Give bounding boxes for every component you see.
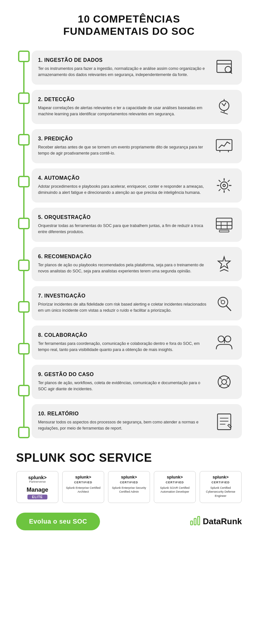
- timeline-box-8: [18, 343, 30, 355]
- item-title-9: 9. GESTÃO DO CASO: [38, 372, 208, 377]
- timeline-box-7: [18, 301, 30, 313]
- certified-label-5: CERTIFIED: [212, 481, 230, 484]
- badge-cybersecurity: splunk> CERTIFIED Splunk Certified Cyber…: [200, 471, 242, 503]
- item-desc-6: Ter planos de ação ou playbooks recomend…: [38, 262, 208, 274]
- badge-desc-2: Splunk Enterprise Certified Architect: [65, 486, 101, 494]
- item-desc-5: Orquestrar todas as ferramentas do SOC p…: [38, 223, 208, 235]
- item-card-6: 6. RECOMENDAÇÃOTer planos de ação ou pla…: [32, 247, 242, 281]
- item-card-9: 9. GESTÃO DO CASOTer planos de ação, wor…: [32, 365, 242, 399]
- item-title-3: 3. PREDIÇÃO: [38, 136, 208, 142]
- partnerverse-label: Partnerverse: [29, 480, 46, 483]
- item-desc-3: Receber alertas antes de que se tornem u…: [38, 144, 208, 156]
- item-desc-1: Ter os instrumentos para fazer a ingestã…: [38, 66, 208, 78]
- svg-rect-19: [219, 230, 229, 232]
- badges-row: splunk> Partnerverse Manage ELITE splunk…: [16, 471, 242, 503]
- svg-rect-8: [216, 139, 232, 150]
- footer-row: Evolua o seu SOC DataRunk: [16, 513, 242, 530]
- svg-point-13: [223, 184, 225, 187]
- svg-rect-30: [217, 414, 231, 430]
- item-title-10: 10. RELATÓRIO: [38, 411, 208, 417]
- timeline-box-9: [18, 385, 30, 396]
- item-icon-prediction: [213, 135, 235, 157]
- item-card-5: 5. ORQUESTRAÇÃOOrquestrar todas as ferra…: [32, 208, 242, 242]
- datarunk-text: DataRunk: [203, 516, 242, 526]
- timeline-column: [16, 51, 32, 438]
- item-icon-investigation: [213, 292, 235, 315]
- timeline-box-3: [18, 134, 30, 146]
- timeline-line-8: [23, 355, 25, 385]
- item-desc-9: Ter planos de ação, workflows, coleta de…: [38, 380, 208, 392]
- item-icon-recommendation: [213, 253, 235, 275]
- timeline-line-4: [23, 187, 25, 218]
- splunk-logo-3: splunk>: [121, 475, 137, 479]
- item-icon-data-ingestion: [213, 56, 235, 79]
- splunk-logo-4: splunk>: [167, 475, 183, 479]
- svg-point-12: [221, 182, 228, 189]
- certified-label-2: CERTIFIED: [74, 481, 93, 484]
- item-title-5: 5. ORQUESTRAÇÃO: [38, 214, 208, 220]
- title-line1: 10 COMPETÊNCIAS: [16, 13, 242, 25]
- badge-architect: splunk> CERTIFIED Splunk Enterprise Cert…: [62, 471, 104, 503]
- certified-label-3: CERTIFIED: [120, 481, 138, 484]
- svg-line-22: [226, 306, 231, 310]
- timeline-line-3: [23, 146, 25, 176]
- svg-rect-14: [216, 218, 232, 229]
- item-title-8: 8. COLABORAÇÃO: [38, 332, 208, 338]
- item-title-7: 7. INVESTIGAÇÃO: [38, 293, 208, 299]
- page-wrapper: 10 COMPETÊNCIAS FUNDAMENTAIS DO SOC 1. I…: [0, 0, 258, 543]
- item-icon-collaboration: [213, 331, 235, 354]
- timeline-box-1: [18, 51, 30, 62]
- badge-desc-5: Splunk Certified Cybersecurity Defense E…: [203, 486, 239, 498]
- elite-badge: ELITE: [27, 495, 47, 499]
- badge-soar: splunk> CERTIFIED Splunk SOAR Certified …: [154, 471, 196, 503]
- item-card-3: 3. PREDIÇÃOReceber alertas antes de que …: [32, 129, 242, 163]
- title-line2: FUNDAMENTAIS DO SOC: [16, 25, 242, 37]
- item-desc-10: Mensurar todos os aspectos dos processos…: [38, 419, 208, 431]
- timeline-line-7: [23, 313, 25, 343]
- item-title-4: 4. AUTOMAÇÃO: [38, 175, 208, 181]
- competencies-section: 1. INGESTÃO DE DADOSTer os instrumentos …: [16, 51, 242, 438]
- badge-partnerverse: splunk> Partnerverse Manage ELITE: [16, 471, 58, 503]
- timeline-line-2: [23, 104, 25, 134]
- timeline-box-2: [18, 92, 30, 104]
- datarunk-logo: DataRunk: [190, 515, 242, 528]
- svg-marker-20: [218, 257, 230, 268]
- timeline-box-4: [18, 176, 30, 187]
- item-title-2: 2. DETECÇÃO: [38, 97, 208, 102]
- badge-security-admin: splunk> CERTIFIED Splunk Enterprise Secu…: [108, 471, 150, 503]
- svg-rect-36: [194, 518, 196, 525]
- timeline-line-9: [23, 396, 25, 427]
- timeline-line-5: [23, 229, 25, 260]
- item-desc-8: Ter ferramentas para coordenação, comuni…: [38, 341, 208, 353]
- item-card-1: 1. INGESTÃO DE DADOSTer os instrumentos …: [32, 51, 242, 85]
- svg-rect-37: [198, 516, 200, 525]
- timeline-line-6: [23, 271, 25, 301]
- manage-label: Manage: [26, 487, 48, 493]
- item-title-1: 1. INGESTÃO DE DADOS: [38, 57, 208, 63]
- timeline-box-10: [18, 427, 30, 438]
- item-icon-case-management: [213, 371, 235, 393]
- datarunk-icon: [190, 515, 200, 528]
- svg-point-26: [225, 336, 231, 342]
- splunk-title: SPLUNK SOC SERVICE: [16, 451, 242, 465]
- splunk-logo-5: splunk>: [213, 475, 229, 479]
- timeline-box-5: [18, 218, 30, 229]
- timeline-box-6: [18, 260, 30, 271]
- item-icon-detection: [213, 96, 235, 118]
- item-card-7: 7. INVESTIGAÇÃOPriorizar incidentes de a…: [32, 286, 242, 320]
- item-card-8: 8. COLABORAÇÃOTer ferramentas para coord…: [32, 326, 242, 360]
- item-title-6: 6. RECOMENDAÇÃO: [38, 254, 208, 260]
- splunk-logo-2: splunk>: [75, 475, 91, 479]
- item-desc-4: Adotar procedimentos e playbooks para ac…: [38, 184, 208, 196]
- cta-button[interactable]: Evolua o seu SOC: [16, 513, 100, 530]
- badge-desc-4: Splunk SOAR Certified Automation Develop…: [157, 486, 193, 494]
- item-desc-2: Mapear correlações de alertas relevantes…: [38, 105, 208, 117]
- item-card-2: 2. DETECÇÃOMapear correlações de alertas…: [32, 90, 242, 124]
- item-icon-report: [213, 410, 235, 432]
- main-title: 10 COMPETÊNCIAS FUNDAMENTAIS DO SOC: [16, 13, 242, 38]
- svg-point-25: [218, 336, 224, 342]
- svg-rect-35: [191, 521, 193, 525]
- badge-desc-3: Splunk Enterprise Security Certified Adm…: [111, 486, 147, 494]
- item-card-4: 4. AUTOMAÇÃOAdotar procedimentos e playb…: [32, 168, 242, 203]
- svg-line-24: [221, 300, 221, 300]
